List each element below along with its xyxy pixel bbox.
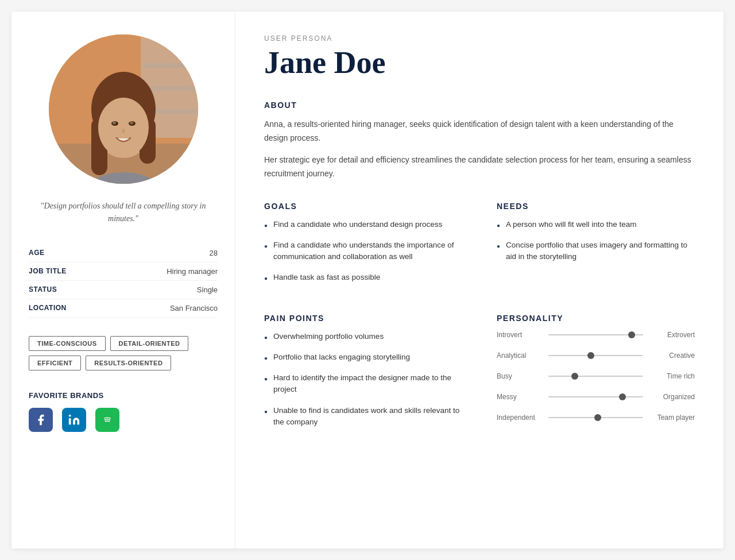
slider-thumb	[571, 373, 578, 380]
pain-points-section: PAIN POINTS Overwhelming portfolio volum…	[264, 314, 462, 438]
slider-right-label: Team player	[649, 414, 695, 422]
svg-rect-3	[144, 63, 198, 68]
left-panel: "Design portfolios should tell a compell…	[11, 11, 235, 549]
info-table: AGE 28 JOB TITLE Hiring manager STATUS S…	[29, 244, 218, 318]
goals-section: GOALS Find a candidate who understand de…	[264, 202, 462, 293]
pain-points-list: Overwhelming portfolio volumesPortfolio …	[264, 331, 462, 428]
persona-card: "Design portfolios should tell a compell…	[11, 11, 724, 549]
brand-icons	[29, 408, 218, 432]
status-label: STATUS	[29, 285, 57, 293]
pain-points-list-item: Portfolio that lacks engaging storytelli…	[264, 352, 462, 363]
slider-left-label: Busy	[497, 372, 543, 380]
goals-needs-section: GOALS Find a candidate who understand de…	[264, 202, 695, 293]
facebook-icon	[29, 408, 53, 432]
tag-item: EFFICIENT	[29, 356, 81, 370]
needs-section: NEEDS A person who will fit well into th…	[497, 202, 695, 293]
slider-left-label: Messy	[497, 393, 543, 401]
personality-section: PERSONALITY IntrovertExtrovertAnalytical…	[497, 314, 695, 438]
persona-label: USER PERSONA	[264, 34, 695, 43]
about-p1: Anna, a results-oriented hiring manager,…	[264, 118, 695, 145]
status-value: Single	[197, 285, 218, 294]
slider-track	[548, 355, 643, 356]
location-value: San Francisco	[170, 304, 218, 312]
goals-list-item: Handle task as fast as possible	[264, 272, 462, 283]
slider-track	[548, 396, 643, 397]
age-row: AGE 28	[29, 244, 218, 262]
sliders-container: IntrovertExtrovertAnalyticalCreativeBusy…	[497, 331, 695, 422]
slider-right-label: Time rich	[649, 372, 695, 380]
tags-container: TIME-CONSCIOUSDETAIL-ORIENTEDEFFICIENTRE…	[29, 336, 218, 370]
job-title-value: Hiring manager	[167, 267, 218, 276]
job-title-row: JOB TITLE Hiring manager	[29, 262, 218, 281]
needs-list: A person who will fit well into the team…	[497, 219, 695, 263]
about-title: ABOUT	[264, 101, 695, 110]
pain-personality-section: PAIN POINTS Overwhelming portfolio volum…	[264, 314, 695, 438]
needs-list-item: Concise portfolio that uses imagery and …	[497, 240, 695, 263]
slider-right-label: Extrovert	[649, 331, 695, 339]
pain-points-title: PAIN POINTS	[264, 314, 462, 323]
goals-title: GOALS	[264, 202, 462, 211]
status-row: STATUS Single	[29, 281, 218, 299]
location-label: LOCATION	[29, 304, 67, 312]
slider-track	[548, 376, 643, 377]
needs-title: NEEDS	[497, 202, 695, 211]
persona-quote: "Design portfolios should tell a compell…	[29, 200, 218, 226]
personality-title: PERSONALITY	[497, 314, 695, 323]
pain-points-list-item: Hard to identify the impact the designer…	[264, 372, 462, 396]
linkedin-icon	[62, 408, 86, 432]
slider-left-label: Analytical	[497, 352, 543, 360]
goals-list-item: Find a candidate who understand design p…	[264, 219, 462, 230]
slider-right-label: Creative	[649, 352, 695, 360]
about-section: ABOUT Anna, a results-oriented hiring ma…	[264, 101, 695, 180]
personality-slider-row: AnalyticalCreative	[497, 352, 695, 360]
slider-thumb	[594, 414, 601, 421]
about-p2: Her strategic eye for detail and efficie…	[264, 153, 695, 181]
pain-points-list-item: Unable to find is candidates work and sk…	[264, 405, 462, 428]
slider-track	[548, 417, 643, 418]
svg-point-16	[113, 122, 116, 125]
slider-track	[548, 334, 643, 335]
slider-left-label: Introvert	[497, 331, 543, 339]
tag-item: DETAIL-ORIENTED	[110, 336, 189, 351]
avatar	[49, 34, 198, 184]
persona-name: Jane Doe	[264, 46, 695, 80]
slider-left-label: Independent	[497, 414, 543, 422]
personality-slider-row: BusyTime rich	[497, 372, 695, 380]
personality-slider-row: IndependentTeam player	[497, 414, 695, 422]
svg-point-17	[130, 122, 133, 125]
brands-title: FAVORITE BRANDS	[29, 391, 218, 400]
job-title-label: JOB TITLE	[29, 267, 67, 275]
svg-point-19	[69, 415, 71, 417]
spotify-icon	[95, 408, 119, 432]
age-label: AGE	[29, 249, 45, 257]
right-panel: USER PERSONA Jane Doe ABOUT Anna, a resu…	[235, 11, 724, 549]
svg-rect-4	[144, 86, 198, 91]
needs-list-item: A person who will fit well into the team	[497, 219, 695, 230]
brands-section: FAVORITE BRANDS	[29, 391, 218, 432]
age-value: 28	[210, 249, 218, 257]
goals-list: Find a candidate who understand design p…	[264, 219, 462, 284]
pain-points-list-item: Overwhelming portfolio volumes	[264, 331, 462, 342]
goals-list-item: Find a candidate who understands the imp…	[264, 240, 462, 263]
personality-slider-row: MessyOrganized	[497, 393, 695, 401]
svg-point-18	[122, 129, 125, 133]
slider-thumb	[587, 352, 594, 359]
slider-right-label: Organized	[649, 393, 695, 401]
personality-slider-row: IntrovertExtrovert	[497, 331, 695, 339]
slider-thumb	[628, 331, 635, 338]
svg-point-13	[98, 98, 149, 157]
location-row: LOCATION San Francisco	[29, 299, 218, 318]
svg-point-20	[102, 415, 113, 425]
slider-thumb	[619, 393, 626, 400]
tag-item: TIME-CONSCIOUS	[29, 336, 106, 351]
tag-item: RESULTS-ORIENTED	[86, 356, 171, 370]
